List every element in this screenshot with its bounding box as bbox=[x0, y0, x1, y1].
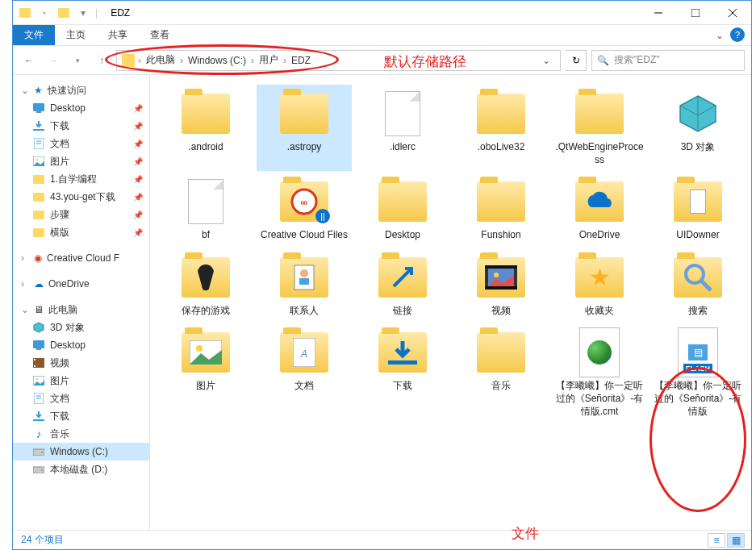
nav-up-button[interactable]: ↑ bbox=[92, 51, 111, 70]
titlebar: ▫ ▾ | EDZ bbox=[13, 1, 751, 25]
sidebar-quick-item[interactable]: 43.you-get下载📌 bbox=[13, 188, 149, 206]
nav-recent-button[interactable]: ▾ bbox=[68, 51, 87, 70]
svg-rect-35 bbox=[485, 265, 517, 269]
file-item[interactable]: 下载 bbox=[355, 323, 450, 423]
file-item[interactable]: 音乐 bbox=[453, 323, 549, 423]
sidebar-pc-item[interactable]: 图片 bbox=[13, 372, 149, 390]
sidebar-quick-item[interactable]: Desktop📌 bbox=[13, 99, 149, 117]
crumb-c[interactable]: Windows (C:) bbox=[186, 55, 248, 66]
view-details-button[interactable]: ≡ bbox=[708, 533, 725, 548]
sidebar-pc-item[interactable]: 视频 bbox=[13, 354, 149, 372]
file-item[interactable]: .android bbox=[158, 85, 253, 171]
file-item[interactable]: 图片 bbox=[158, 323, 253, 423]
sidebar-cc[interactable]: ›◉Creative Cloud F bbox=[13, 249, 149, 267]
file-thumb bbox=[177, 177, 235, 226]
svg-point-40 bbox=[196, 345, 203, 352]
file-item[interactable]: 链接 bbox=[355, 248, 450, 323]
minimize-button[interactable] bbox=[640, 1, 677, 25]
file-item[interactable]: .astropy bbox=[257, 85, 352, 171]
ribbon-expand-icon[interactable]: ⌄ bbox=[716, 30, 724, 41]
qat-folder-icon[interactable] bbox=[56, 6, 71, 20]
qat-dropdown-icon[interactable]: ▾ bbox=[76, 6, 90, 20]
address-bar[interactable]: › 此电脑 › Windows (C:) › 用户 › EDZ ⌄ bbox=[116, 50, 561, 71]
sidebar-pc-item[interactable]: 3D 对象 bbox=[13, 319, 149, 336]
file-item[interactable]: .idlerc bbox=[355, 85, 450, 171]
file-thumb bbox=[472, 177, 530, 226]
file-item[interactable]: ▤FLASH 【李曦曦】你一定听过的《Señorita》-有情版 bbox=[650, 323, 746, 423]
tab-share[interactable]: 共享 bbox=[97, 25, 139, 45]
svg-point-24 bbox=[41, 452, 43, 453]
sidebar-quick-item[interactable]: 文档📌 bbox=[13, 135, 149, 152]
file-item[interactable]: 视频 bbox=[453, 248, 549, 323]
content-area: .android .astropy .idlerc .oboLive32 .Qt… bbox=[150, 75, 751, 530]
file-item[interactable]: ★ 收藏夹 bbox=[552, 248, 647, 323]
file-label: 图片 bbox=[196, 377, 215, 393]
close-button[interactable] bbox=[714, 1, 751, 25]
sidebar-pc-item[interactable]: Windows (C:) bbox=[13, 443, 149, 460]
file-label: 收藏夹 bbox=[585, 302, 614, 318]
file-item[interactable]: bf bbox=[158, 173, 253, 247]
file-thumb bbox=[472, 90, 530, 138]
sidebar-pc-item[interactable]: 本地磁盘 (D:) bbox=[13, 460, 149, 478]
sidebar-thispc[interactable]: ⌄🖥此电脑 bbox=[13, 301, 149, 319]
file-item[interactable]: .QtWebEngineProcess bbox=[552, 85, 647, 171]
qat-properties-icon[interactable]: ▫ bbox=[37, 6, 52, 20]
search-input[interactable]: 🔍 搜索"EDZ" bbox=[591, 50, 745, 71]
file-item[interactable]: OneDrive bbox=[552, 173, 647, 247]
svg-rect-5 bbox=[36, 111, 41, 113]
file-thumb bbox=[570, 90, 629, 138]
file-item[interactable]: Funshion bbox=[453, 173, 549, 247]
file-item[interactable]: 联系人 bbox=[257, 248, 352, 323]
crumb-users[interactable]: 用户 bbox=[257, 53, 280, 67]
file-item[interactable]: ∞|| Creative Cloud Files bbox=[257, 173, 352, 247]
tab-view[interactable]: 查看 bbox=[139, 25, 181, 45]
sidebar-quick-item[interactable]: 1.自学编程📌 bbox=[13, 170, 149, 188]
sidebar-pc-item[interactable]: ♪音乐 bbox=[13, 425, 149, 443]
file-thumb bbox=[669, 253, 727, 302]
svg-point-37 bbox=[686, 265, 704, 283]
sidebar-pc-item[interactable]: 文档 bbox=[13, 390, 149, 407]
file-item[interactable]: 保存的游戏 bbox=[158, 248, 253, 323]
sidebar-onedrive[interactable]: ›☁OneDrive bbox=[13, 275, 149, 293]
file-thumb bbox=[374, 253, 432, 302]
tab-home[interactable]: 主页 bbox=[55, 25, 97, 45]
file-item[interactable]: 3D 对象 bbox=[650, 85, 746, 171]
file-label: .QtWebEngineProcess bbox=[555, 138, 644, 166]
nav-forward-button[interactable]: → bbox=[44, 51, 63, 70]
sidebar-quick-access[interactable]: ⌄★快速访问 bbox=[13, 81, 149, 99]
file-label: 【李曦曦】你一定听过的《Señorita》-有情版.cmt bbox=[555, 377, 644, 418]
sidebar-quick-item[interactable]: 下载📌 bbox=[13, 117, 149, 135]
view-icons-button[interactable]: ▦ bbox=[727, 533, 745, 548]
file-thumb bbox=[275, 253, 333, 302]
sidebar-quick-item[interactable]: 图片📌 bbox=[13, 152, 149, 170]
file-label: OneDrive bbox=[579, 226, 620, 242]
file-label: 保存的游戏 bbox=[182, 302, 230, 318]
help-button[interactable]: ? bbox=[730, 27, 745, 42]
file-label: 音乐 bbox=[491, 377, 511, 393]
sidebar-quick-item[interactable]: 横版📌 bbox=[13, 223, 149, 241]
svg-point-26 bbox=[41, 469, 43, 471]
svg-rect-4 bbox=[33, 103, 44, 111]
file-item[interactable]: UIDowner bbox=[650, 173, 746, 247]
addr-dropdown-icon[interactable]: ⌄ bbox=[537, 55, 555, 66]
file-tab[interactable]: 文件 bbox=[13, 25, 55, 45]
svg-rect-43 bbox=[388, 360, 417, 365]
crumb-thispc[interactable]: 此电脑 bbox=[144, 53, 177, 67]
file-label: UIDowner bbox=[676, 226, 719, 242]
crumb-edz[interactable]: EDZ bbox=[290, 55, 312, 66]
sidebar-pc-item[interactable]: 下载 bbox=[13, 407, 149, 425]
refresh-button[interactable]: ↻ bbox=[566, 50, 587, 71]
file-item[interactable]: 【李曦曦】你一定听过的《Señorita》-有情版.cmt bbox=[552, 323, 647, 423]
maximize-button[interactable] bbox=[677, 1, 714, 25]
file-item[interactable]: 搜索 bbox=[650, 248, 746, 323]
file-item[interactable]: .oboLive32 bbox=[453, 85, 549, 171]
file-label: 搜索 bbox=[688, 302, 708, 318]
file-label: 文档 bbox=[294, 377, 314, 393]
file-item[interactable]: A 文档 bbox=[257, 323, 352, 423]
nav-back-button[interactable]: ← bbox=[19, 51, 39, 70]
file-label: Desktop bbox=[385, 226, 420, 242]
sidebar-quick-item[interactable]: 步骤📌 bbox=[13, 206, 149, 223]
file-item[interactable]: Desktop bbox=[355, 173, 450, 247]
svg-rect-12 bbox=[33, 340, 44, 348]
sidebar-pc-item[interactable]: Desktop bbox=[13, 336, 149, 354]
